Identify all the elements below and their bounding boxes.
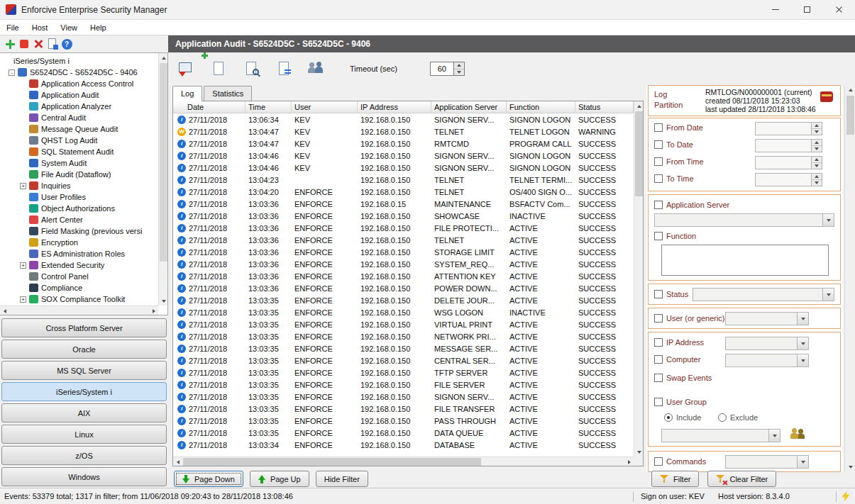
ip-address-checkbox[interactable]: [654, 338, 663, 347]
tab-statistics[interactable]: Statistics: [204, 86, 252, 101]
expand-icon[interactable]: +: [20, 183, 26, 189]
dropdown-button[interactable]: [768, 430, 780, 442]
platform-button-windows[interactable]: Windows: [1, 467, 167, 486]
table-row[interactable]: i27/11/201813:04:46KEV192.168.0.150SIGNO…: [173, 150, 634, 162]
table-row[interactable]: i27/11/201813:03:35ENFORCE192.168.0.150N…: [173, 330, 634, 342]
column-header-user[interactable]: User: [292, 101, 358, 113]
tree-item-alert-center[interactable]: Alert Center: [1, 214, 158, 225]
table-row[interactable]: i27/11/201813:03:36ENFORCE192.168.0.15MA…: [173, 198, 634, 210]
spinner[interactable]: [811, 157, 822, 169]
user-group-checkbox[interactable]: [654, 398, 663, 406]
hide-filter-button[interactable]: Hide Filter: [316, 471, 368, 487]
expand-icon[interactable]: +: [20, 262, 26, 269]
from-time-input[interactable]: [755, 156, 822, 169]
tree-item-application-audit[interactable]: Application Audit: [1, 89, 158, 101]
table-row[interactable]: i27/11/201813:04:47KEV192.168.0.150RMTCM…: [173, 138, 634, 150]
dropdown-button[interactable]: [822, 289, 834, 301]
scroll-up-button[interactable]: [634, 101, 644, 111]
minimize-button[interactable]: [759, 0, 791, 20]
filter-button[interactable]: Filter: [651, 471, 699, 487]
table-row[interactable]: i27/11/201813:03:35ENFORCE192.168.0.150D…: [173, 427, 634, 439]
platform-button-linux[interactable]: Linux: [1, 425, 167, 444]
add-button[interactable]: [3, 37, 17, 51]
table-row[interactable]: i27/11/201813:03:35ENFORCE192.168.0.150P…: [173, 415, 634, 427]
tree-item-sox-compliance-toolkit[interactable]: +SOX Compliance Toolkit: [1, 293, 158, 305]
scroll-down-button[interactable]: [846, 462, 855, 471]
table-row[interactable]: i27/11/201813:03:36ENFORCE192.168.0.150S…: [173, 246, 634, 258]
clear-filter-button[interactable]: Clear Filter: [707, 471, 776, 487]
table-row[interactable]: W27/11/201813:04:47KEV192.168.0.150TELNE…: [173, 125, 634, 138]
swap-events-checkbox[interactable]: [654, 374, 663, 382]
table-row[interactable]: i27/11/201813:03:35ENFORCE192.168.0.150T…: [173, 366, 634, 379]
table-vertical-scrollbar[interactable]: [634, 101, 643, 457]
timeout-spinbox[interactable]: 60: [430, 62, 465, 76]
new-record-button[interactable]: [209, 60, 228, 78]
scrollbar-thumb[interactable]: [183, 458, 481, 466]
table-row[interactable]: i27/11/201813:03:36ENFORCE192.168.0.150S…: [173, 258, 634, 270]
platform-button-ms-sql-server[interactable]: MS SQL Server: [1, 361, 167, 380]
tree-item-encryption[interactable]: Encryption: [1, 237, 158, 248]
tree-item-object-authorizations[interactable]: Object Authorizations: [1, 203, 158, 214]
tree-item-server[interactable]: -S6524D5C - S6524D5C - 9406: [1, 67, 158, 78]
status-select[interactable]: [693, 288, 834, 301]
from-date-checkbox[interactable]: [654, 123, 663, 132]
timeout-value[interactable]: 60: [430, 62, 454, 76]
table-row[interactable]: i27/11/201813:04:23192.168.0.150TELNETTE…: [173, 174, 634, 186]
to-date-checkbox[interactable]: [654, 140, 663, 149]
tree-item-field-masking-previous-versi[interactable]: Field Masking (previous versi: [1, 225, 158, 237]
table-row[interactable]: i27/11/201813:04:46KEV192.168.0.150SIGNO…: [173, 162, 634, 174]
users-button[interactable]: [307, 60, 326, 78]
include-radio[interactable]: Include: [664, 413, 701, 422]
table-row[interactable]: i27/11/201813:03:35ENFORCE192.168.0.150C…: [173, 354, 634, 366]
user-group-select[interactable]: [661, 429, 780, 442]
table-row[interactable]: i27/11/201813:04:20ENFORCE192.168.0.150T…: [173, 186, 634, 198]
dropdown-button[interactable]: [797, 456, 808, 468]
tree-item-extended-security[interactable]: +Extended Security: [1, 259, 158, 271]
page-up-button[interactable]: Page Up: [250, 471, 309, 487]
delete-button[interactable]: [31, 37, 45, 51]
scroll-up-button[interactable]: [846, 85, 855, 94]
spinner[interactable]: [811, 123, 822, 135]
menu-view[interactable]: View: [54, 20, 84, 35]
table-horizontal-scrollbar[interactable]: [173, 457, 634, 466]
scroll-left-button[interactable]: [0, 306, 9, 315]
column-header-ip-address[interactable]: IP Address: [358, 101, 431, 113]
scrollbar-thumb[interactable]: [160, 63, 167, 262]
scrollbar-thumb[interactable]: [846, 96, 854, 135]
page-down-button[interactable]: Page Down: [174, 471, 243, 487]
close-button[interactable]: [823, 0, 855, 20]
platform-button-aix[interactable]: AIX: [1, 403, 167, 422]
scroll-right-button[interactable]: [624, 457, 634, 466]
dropdown-button[interactable]: [797, 354, 808, 366]
function-checkbox[interactable]: [654, 232, 663, 240]
tree-item-control-panel[interactable]: Control Panel: [1, 271, 158, 282]
tree-item-sql-statement-audit[interactable]: SQL Statement Audit: [1, 146, 158, 157]
column-header-date[interactable]: Date: [173, 101, 246, 113]
tree-vertical-scrollbar[interactable]: [158, 53, 167, 306]
function-textarea[interactable]: [661, 245, 829, 276]
platform-button-z-os[interactable]: z/OS: [1, 446, 167, 465]
spinner[interactable]: [811, 140, 822, 152]
dropdown-button[interactable]: [822, 214, 834, 226]
timeout-spinner[interactable]: [454, 62, 465, 76]
from-date-input[interactable]: [755, 122, 822, 135]
maximize-button[interactable]: [791, 0, 823, 20]
dropdown-button[interactable]: [797, 313, 808, 325]
table-row[interactable]: i27/11/201813:03:36ENFORCE192.168.0.150S…: [173, 210, 634, 222]
tree-item-message-queue-audit[interactable]: Message Queue Audit: [1, 123, 158, 135]
tree-item-file-audit-dataflow[interactable]: File Audit (Dataflow): [1, 169, 158, 180]
preview-button[interactable]: [242, 60, 260, 78]
status-checkbox[interactable]: [654, 290, 663, 298]
user-group-manager-icon[interactable]: [790, 427, 806, 439]
refresh-button[interactable]: [45, 37, 60, 51]
tree-item-application-access-control[interactable]: Application Access Control: [1, 78, 158, 89]
user-checkbox[interactable]: [654, 314, 663, 323]
report-button[interactable]: [275, 60, 293, 78]
menu-file[interactable]: File: [0, 20, 26, 35]
log-book-icon[interactable]: [820, 91, 833, 102]
table-row[interactable]: i27/11/201813:03:35ENFORCE192.168.0.150S…: [173, 391, 634, 403]
table-row[interactable]: i27/11/201813:03:36ENFORCE192.168.0.150F…: [173, 222, 634, 234]
scroll-right-button[interactable]: [149, 306, 158, 315]
table-row[interactable]: i27/11/201813:03:35ENFORCE192.168.0.150F…: [173, 379, 634, 391]
remove-button[interactable]: [17, 37, 31, 51]
